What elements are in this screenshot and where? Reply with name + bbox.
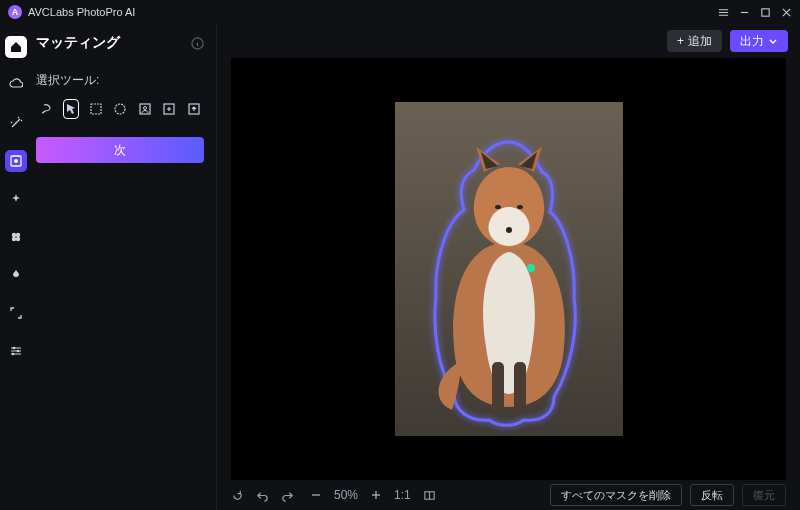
redo-icon[interactable]: [281, 489, 294, 502]
matting-tool-icon[interactable]: [5, 150, 27, 172]
delete-all-masks-label: すべてのマスクを削除: [561, 488, 671, 503]
undo-icon[interactable]: [256, 489, 269, 502]
svg-point-21: [517, 205, 523, 209]
svg-rect-0: [762, 8, 769, 15]
chevron-down-icon: [768, 36, 778, 46]
export-selection-icon[interactable]: [185, 99, 202, 119]
info-icon[interactable]: [191, 37, 204, 50]
svg-rect-11: [91, 104, 101, 114]
select-tools-label: 選択ツール:: [36, 72, 204, 89]
svg-point-12: [115, 104, 125, 114]
expand-icon[interactable]: [5, 302, 27, 324]
cloud-upload-icon[interactable]: [5, 74, 27, 96]
portrait-select-icon[interactable]: [136, 99, 153, 119]
svg-point-7: [13, 347, 16, 350]
left-iconbar: [0, 24, 32, 510]
canvas[interactable]: [231, 58, 786, 480]
svg-point-2: [14, 159, 18, 163]
svg-point-20: [495, 205, 501, 209]
work-area: + 追加 出力: [217, 24, 800, 510]
svg-point-3: [12, 233, 16, 237]
add-selection-icon[interactable]: [161, 99, 178, 119]
zoom-percent: 50%: [334, 488, 358, 502]
invert-label: 反転: [701, 488, 723, 503]
panel-title: マッティング: [36, 34, 120, 52]
sliders-icon[interactable]: [5, 340, 27, 362]
svg-point-14: [143, 107, 146, 110]
output-button-label: 出力: [740, 33, 764, 50]
restore-button[interactable]: 復元: [742, 484, 786, 506]
svg-point-8: [17, 350, 20, 353]
sparkle-icon[interactable]: [5, 188, 27, 210]
close-icon[interactable]: [781, 7, 792, 18]
add-button-label: 追加: [688, 33, 712, 50]
add-button[interactable]: + 追加: [667, 30, 722, 52]
svg-point-5: [12, 237, 16, 241]
zoom-ratio[interactable]: 1:1: [394, 488, 411, 502]
home-icon[interactable]: [5, 36, 27, 58]
svg-rect-18: [514, 362, 526, 412]
svg-point-19: [506, 227, 512, 233]
svg-point-4: [16, 233, 20, 237]
next-button[interactable]: 次: [36, 137, 204, 163]
select-tools-row: [36, 99, 204, 119]
selection-point-marker[interactable]: [527, 264, 535, 272]
app-logo: A: [8, 5, 22, 19]
wand-icon[interactable]: [5, 112, 27, 134]
svg-point-6: [16, 237, 20, 241]
fit-screen-icon[interactable]: [423, 489, 436, 502]
rectangle-select-icon[interactable]: [87, 99, 104, 119]
zoom-out-icon[interactable]: [310, 489, 322, 501]
pointer-tool-icon[interactable]: [63, 99, 80, 119]
maximize-icon[interactable]: [760, 7, 771, 18]
photo[interactable]: [395, 102, 623, 436]
output-button[interactable]: 出力: [730, 30, 788, 52]
svg-point-9: [12, 353, 15, 356]
side-panel: マッティング 選択ツール: 次: [32, 24, 217, 510]
minimize-icon[interactable]: [739, 7, 750, 18]
fox-subject: [404, 122, 614, 436]
zoom-in-icon[interactable]: [370, 489, 382, 501]
app-title: AVCLabs PhotoPro AI: [28, 6, 135, 18]
clover-icon[interactable]: [5, 226, 27, 248]
ellipse-select-icon[interactable]: [112, 99, 129, 119]
svg-rect-17: [492, 362, 504, 412]
hamburger-icon[interactable]: [718, 7, 729, 18]
restore-label: 復元: [753, 488, 775, 503]
lasso-tool-icon[interactable]: [38, 99, 55, 119]
plus-icon: +: [677, 34, 684, 48]
refresh-icon[interactable]: [231, 489, 244, 502]
drop-icon[interactable]: [5, 264, 27, 286]
next-button-label: 次: [114, 142, 126, 159]
delete-all-masks-button[interactable]: すべてのマスクを削除: [550, 484, 682, 506]
invert-button[interactable]: 反転: [690, 484, 734, 506]
